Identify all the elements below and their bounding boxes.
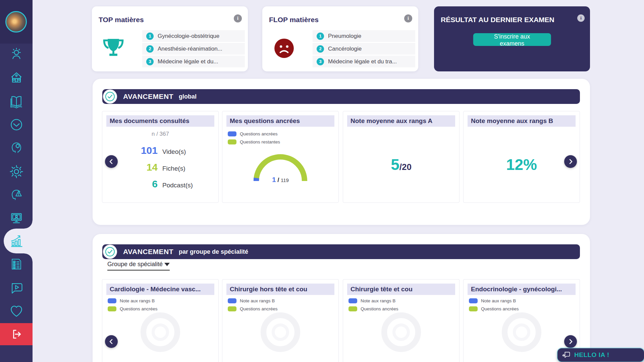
specialty-legend: Note aux rangs B Questions ancrées [108,298,158,314]
specialty-prev-button[interactable] [105,335,118,348]
chevron-down-circle-icon [9,117,24,132]
sidebar-item-stats[interactable] [0,232,33,250]
legend-swatch-blue [228,298,236,303]
sidebar-item-library[interactable] [0,92,33,111]
hello-ia-chat-button[interactable]: HELLO IA ! [557,348,644,362]
rang-b-score: 12% [464,156,580,174]
global-progress-section: AVANCEMENT global Mes documents consulté… [93,79,590,225]
doc-row-videos: 101 Video(s) [102,145,218,162]
legend-label: Note aux rangs B [361,298,395,303]
legend-label: Questions ancrées [240,131,278,136]
sidebar-item-quiz[interactable] [0,255,33,274]
info-icon[interactable]: i [234,14,242,22]
sidebar-item-video[interactable] [0,208,33,227]
logout-button[interactable] [0,323,33,345]
global-next-button[interactable] [564,155,577,168]
subject-label: Médecine légale et du... [158,58,218,65]
legend-label: Questions restantes [240,139,280,144]
exam-result-card: RÉSULTAT AU DERNIER EXAMEN i S'inscrire … [434,6,590,71]
empty-donut-chart [381,312,421,352]
documents-card: Mes documents consultés n / 367 101 Vide… [102,111,219,203]
sidebar-item-tutorials[interactable] [0,279,33,297]
sidebar-item-brain[interactable] [0,138,33,157]
specialty-card: Chirurgie tête et cou Note aux rangs B Q… [343,279,460,362]
book-icon [9,94,24,109]
caret-down-icon [164,263,170,266]
chevron-left-icon [109,159,114,164]
top-subjects-card: TOP matières i 1 Gynécologie-obstétrique… [92,6,248,71]
subject-label: Pneumologie [328,33,361,40]
trophy-icon [101,36,125,60]
rank-row[interactable]: 1 Pneumologie [313,30,415,42]
rank-row[interactable]: 3 Médecine légale et du... [142,56,245,67]
legend-item: Questions restantes [228,139,280,144]
gauge-value-text: 1 / 119 [250,176,311,184]
sidebar-item-home[interactable] [0,68,33,87]
subject-label: Cancérologie [328,46,362,52]
legend-swatch-lime [348,306,357,311]
user-gear-icon [9,47,24,62]
flop-card-title: FLOP matières [269,16,319,24]
podcasts-label: Podcast(s) [162,182,193,189]
legend-swatch-blue [469,298,478,303]
subject-label: Médecine légale et du tra... [328,58,397,65]
sad-face-icon [273,37,297,61]
rank-row[interactable]: 2 Anesthésie-réanimation... [142,43,245,55]
rank-badge: 3 [317,58,324,65]
legend-label: Note aux rangs B [120,298,155,303]
legend-swatch-lime [228,306,236,311]
doc-row-podcasts: 6 Podcast(s) [102,178,218,195]
rank-badge: 2 [146,45,154,53]
legend-label: Note aux rangs B [240,298,275,303]
home-icon [9,70,24,85]
questions-card: Mes questions ancrées Questions ancrées … [222,111,339,203]
section-title: AVANCEMENT [123,248,173,256]
sidebar-item-settings[interactable] [0,162,33,181]
rank-row[interactable]: 2 Cancérologie [313,43,415,55]
chat-play-icon [9,281,24,295]
legend-label: Questions ancrées [361,306,398,311]
sidebar-item-alert[interactable] [0,185,33,204]
legend-label: Questions ancrées [481,306,519,311]
exam-signup-button[interactable]: S'inscrire aux examens [473,33,551,46]
specialty-group-dropdown[interactable]: Groupe de spécialité [107,261,170,270]
legend-item: Questions ancrées [228,131,280,136]
specialty-card-title: Chirurgie hors tête et cou [226,284,334,295]
flop-rank-list: 1 Pneumologie 2 Cancérologie 3 Médecine … [313,30,415,68]
flop-subjects-card: FLOP matières i 1 Pneumologie 2 Cancérol… [262,6,418,71]
chat-voice-icon [562,351,571,359]
info-icon[interactable]: i [577,14,585,22]
videos-label: Video(s) [162,148,186,156]
exam-card-title: RÉSULTAT AU DERNIER EXAMEN [441,16,554,24]
specialty-section-banner: AVANCEMENT par groupe de spécialité [102,244,580,259]
gauge-separator: / [277,176,279,183]
global-prev-button[interactable] [105,155,118,168]
sidebar [0,0,33,362]
rank-badge: 1 [146,33,154,40]
questions-card-title: Mes questions ancrées [226,115,334,127]
specialty-card-title: Chirurgie tête et cou [347,284,455,295]
profile-avatar[interactable] [5,11,27,33]
sidebar-item-account[interactable] [0,45,33,64]
videos-count: 101 [102,145,158,156]
info-icon[interactable]: i [404,14,412,22]
specialty-next-button[interactable] [564,335,577,348]
monitor-user-icon [9,210,24,225]
legend-swatch-lime [228,139,236,144]
rang-a-value: 5 [391,156,399,173]
legend-swatch-lime [469,306,478,311]
rank-badge: 1 [317,33,324,40]
documents-total: n / 367 [102,131,218,137]
legend-label: Questions ancrées [120,306,158,311]
empty-donut-chart [502,312,541,352]
rank-row[interactable]: 3 Médecine légale et du tra... [313,56,415,67]
sidebar-item-dropdown[interactable] [0,115,33,134]
specialty-progress-section: AVANCEMENT par groupe de spécialité Grou… [93,234,590,362]
subject-label: Gynécologie-obstétrique [158,33,219,40]
rank-row[interactable]: 1 Gynécologie-obstétrique [142,30,245,42]
sidebar-item-favorites[interactable] [0,302,33,320]
documents-card-title: Mes documents consultés [106,115,214,127]
rang-a-title: Note moyenne aux rangs A [347,115,455,127]
doc-row-fiches: 14 Fiche(s) [102,162,218,178]
fiches-label: Fiche(s) [162,165,185,172]
